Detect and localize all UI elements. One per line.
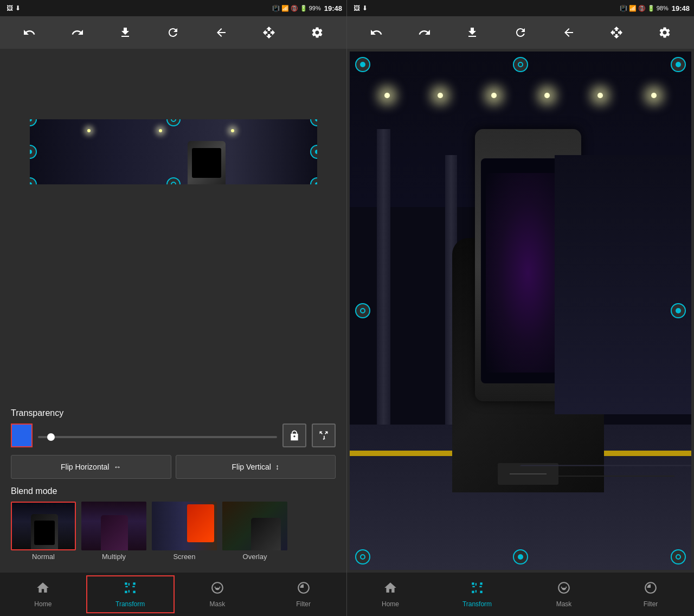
signal-icon: 📵 [291, 5, 298, 12]
vibrate-icon: 📳 [272, 5, 280, 12]
transform-icon-left [123, 581, 137, 598]
right-handle-tc[interactable] [513, 57, 528, 72]
nav-mask-right[interactable]: Mask [520, 576, 607, 612]
download-icon-right: ⬇ [362, 4, 368, 12]
nav-transform-label-right: Transform [462, 600, 492, 608]
flip-vertical-label: Flip Vertical [232, 463, 271, 471]
undo-button[interactable] [18, 22, 40, 43]
refresh-button-right[interactable] [510, 22, 531, 43]
blend-multiply[interactable]: Multiply [81, 502, 146, 561]
mask-icon-right [557, 581, 571, 598]
battery-percent: 99% [309, 5, 321, 11]
color-swatch[interactable] [11, 424, 33, 447]
blend-mode-title: Blend mode [11, 486, 336, 496]
transparency-slider[interactable] [38, 436, 277, 438]
nav-home-label-right: Home [382, 600, 399, 608]
wifi-icon-right: 📶 [629, 5, 637, 12]
transparency-row [11, 424, 336, 447]
blend-mode-row: Normal Multiply Screen [11, 502, 336, 561]
station-scene [350, 52, 691, 570]
screenshot-icon: 🖼 [7, 4, 13, 12]
back-button-right[interactable] [558, 22, 580, 43]
transparency-section: Transparency [11, 408, 336, 447]
right-bottom-nav: Home Transform Mask Fil [347, 573, 694, 616]
refresh-button[interactable] [162, 22, 184, 43]
blend-screen-label: Screen [173, 553, 195, 561]
nav-mask-label-right: Mask [556, 600, 572, 608]
blend-overlay-label: Overlay [243, 553, 267, 561]
redo-button[interactable] [67, 22, 88, 43]
save-button-right[interactable] [461, 22, 483, 43]
flip-horizontal-label: Flip Horizontal [61, 463, 109, 471]
back-button[interactable] [210, 22, 232, 43]
battery-icon: 🔋 [300, 5, 307, 12]
nav-home-label-left: Home [34, 600, 52, 608]
nav-filter-label-right: Filter [644, 600, 658, 608]
right-status-icons: 📳 📶 📵 🔋 98% [620, 5, 669, 12]
right-handle-bc[interactable] [513, 549, 528, 564]
download-status-icon: ⬇ [15, 4, 21, 12]
layer-thumbnail[interactable] [30, 119, 317, 184]
right-handle-lm[interactable] [355, 303, 370, 318]
unlock-button[interactable] [282, 424, 306, 447]
battery-icon-right: 🔋 [647, 5, 655, 12]
nav-home-left[interactable]: Home [0, 576, 86, 612]
blend-screen-thumb[interactable] [152, 502, 217, 550]
left-canvas-area [0, 49, 346, 402]
left-toolbar [0, 16, 346, 49]
canvas-wrapper [30, 76, 317, 184]
save-button[interactable] [114, 22, 136, 43]
right-handle-rm[interactable] [671, 303, 686, 318]
settings-button-right[interactable] [654, 22, 676, 43]
right-status-bar: 🖼 ⬇ 📳 📶 📵 🔋 98% 19:48 [347, 0, 694, 16]
vibrate-icon-right: 📳 [620, 5, 627, 12]
settings-button[interactable] [306, 22, 328, 43]
home-icon-right [383, 581, 397, 598]
nav-filter-right[interactable]: Filter [607, 576, 694, 612]
flip-horizontal-button[interactable]: Flip Horizontal ↔ [11, 455, 171, 479]
blend-normal-thumb[interactable] [11, 502, 76, 550]
right-handle-tl[interactable] [355, 57, 370, 72]
battery-percent-right: 98% [657, 5, 669, 11]
right-image-area[interactable] [350, 52, 691, 570]
nav-transform-label-left: Transform [115, 600, 145, 608]
nav-filter-left[interactable]: Filter [260, 576, 346, 612]
blend-normal-label: Normal [32, 553, 55, 561]
blend-overlay-thumb[interactable] [222, 502, 287, 550]
nav-transform-right[interactable]: Transform [434, 576, 520, 612]
flip-vertical-button[interactable]: Flip Vertical ↕ [176, 455, 336, 479]
overlay-frame [350, 52, 691, 570]
blend-multiply-label: Multiply [102, 553, 126, 561]
filter-icon-right [644, 581, 658, 598]
blend-overlay[interactable]: Overlay [222, 502, 287, 561]
blend-normal[interactable]: Normal [11, 502, 76, 561]
flip-row: Flip Horizontal ↔ Flip Vertical ↕ [11, 455, 336, 479]
move-button[interactable] [258, 22, 280, 43]
nav-mask-left[interactable]: Mask [175, 576, 261, 612]
nav-filter-label-left: Filter [296, 600, 311, 608]
right-time: 19:48 [672, 4, 690, 12]
filter-icon-left [297, 581, 311, 598]
redo-button-right[interactable] [414, 22, 435, 43]
right-handle-br[interactable] [671, 549, 686, 564]
nav-home-right[interactable]: Home [347, 576, 434, 612]
transparency-slider-container[interactable] [38, 431, 277, 440]
left-time: 19:48 [324, 4, 342, 12]
right-toolbar [347, 16, 694, 49]
home-icon-left [36, 581, 50, 598]
blend-screen[interactable]: Screen [152, 502, 217, 561]
undo-button-right[interactable] [365, 22, 387, 43]
nav-mask-label-left: Mask [210, 600, 226, 608]
status-icons: 📳 📶 📵 🔋 99% [272, 5, 321, 12]
right-handle-bl[interactable] [355, 549, 370, 564]
nav-transform-left[interactable]: Transform [86, 575, 175, 613]
blend-mode-section: Blend mode Normal M [11, 486, 336, 561]
mask-icon-left [210, 581, 224, 598]
flip-vertical-icon: ↕ [275, 463, 279, 471]
blend-multiply-thumb[interactable] [81, 502, 146, 550]
left-bottom-nav: Home Transform Mask Fil [0, 573, 346, 616]
wifi-icon: 📶 [281, 5, 289, 12]
flip-icon-button[interactable] [312, 424, 336, 447]
right-handle-tr[interactable] [671, 57, 686, 72]
move-button-right[interactable] [606, 22, 627, 43]
